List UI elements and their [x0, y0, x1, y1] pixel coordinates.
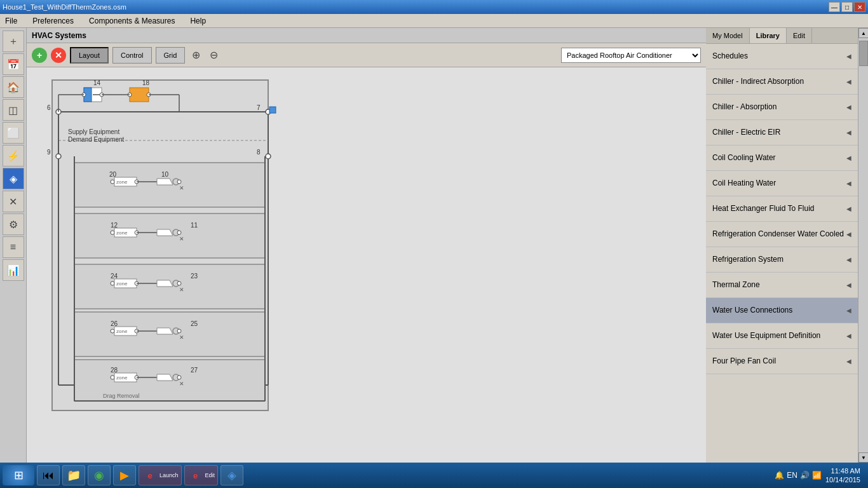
svg-text:✕: ✕	[179, 236, 184, 242]
library-item-chiller-indirect[interactable]: Chiller - Indirect Absorption ◀	[706, 69, 858, 95]
sidebar-refrigeration-icon[interactable]: ✕	[3, 191, 24, 212]
chevron-icon: ◀	[846, 205, 851, 212]
svg-point-58	[111, 281, 114, 285]
svg-text:24: 24	[111, 273, 118, 280]
taskbar-back-button[interactable]: ⏮	[37, 465, 60, 485]
library-item-schedules[interactable]: Schedules ◀	[706, 44, 858, 69]
hvac-header: HVAC Systems	[27, 28, 706, 43]
left-sidebar: ＋ 📅 🏠 ◫ ⬜ ⚡ ◈ ✕ ⚙ ≡ 📊	[0, 28, 27, 463]
chevron-icon: ◀	[846, 256, 851, 263]
sidebar-spaces-icon[interactable]: ⬜	[3, 122, 24, 144]
library-item-water-use-connections[interactable]: Water Use Connections ◀	[706, 298, 858, 323]
back-icon: ⏮	[40, 467, 57, 484]
control-button[interactable]: Control	[112, 47, 151, 64]
right-panel-wrapper: My Model Library Edit Schedules ◀ Chille…	[706, 28, 868, 463]
svg-text:zone: zone	[116, 179, 128, 185]
svg-text:28: 28	[111, 367, 118, 374]
window-title: House1_Test_WithDiffThermZones.osm	[3, 3, 126, 11]
system-selector[interactable]: Packaged Rooftop Air Conditioner	[561, 48, 701, 63]
language-icon[interactable]: EN	[787, 471, 797, 480]
scrollbar-thumb[interactable]	[859, 41, 868, 66]
svg-point-36	[111, 180, 114, 184]
sidebar-service-icon[interactable]: ⚙	[3, 214, 24, 235]
library-item-chiller-electric[interactable]: Chiller - Electric EIR ◀	[706, 120, 858, 146]
taskbar-eedit-button[interactable]: e Edit	[184, 465, 219, 485]
start-button[interactable]: ⊞	[3, 465, 34, 485]
layout-button[interactable]: Layout	[70, 47, 109, 64]
svg-text:zone: zone	[116, 375, 128, 381]
main-content: HVAC Systems + ✕ Layout Control Grid ⊕ ⊖…	[27, 28, 706, 463]
chevron-icon: ◀	[846, 78, 851, 85]
sidebar-plus-icon[interactable]: ＋	[3, 30, 24, 52]
taskbar-explorer-button[interactable]: 📁	[62, 465, 85, 485]
sidebar-hvac-icon[interactable]: ◈	[3, 168, 24, 189]
taskbar-chrome-button[interactable]: ◉	[88, 465, 111, 485]
menu-help[interactable]: Help	[187, 15, 208, 27]
menu-file[interactable]: File	[3, 15, 20, 27]
svg-text:8: 8	[257, 149, 261, 156]
zoom-in-button[interactable]: ⊕	[189, 48, 203, 62]
chevron-icon: ◀	[846, 53, 851, 60]
remove-system-button[interactable]: ✕	[51, 48, 66, 63]
svg-text:20: 20	[109, 171, 117, 178]
media-icon: ▶	[116, 467, 133, 484]
svg-text:Drag Removal: Drag Removal	[103, 393, 140, 399]
library-item-refrigeration-system[interactable]: Refrigeration System ◀	[706, 247, 858, 273]
library-item-heat-exchanger[interactable]: Heat Exchanger Fluid To Fluid ◀	[706, 196, 858, 222]
maximize-button[interactable]: □	[841, 2, 853, 12]
svg-text:Demand Equipment: Demand Equipment	[68, 136, 125, 143]
scrollbar-down-arrow[interactable]: ▼	[858, 452, 868, 463]
svg-point-15	[266, 154, 271, 159]
menu-bar: File Preferences Components & Measures H…	[0, 14, 868, 28]
svg-text:27: 27	[191, 367, 198, 374]
canvas-area[interactable]: Supply Equipment Demand Equipment 6 7	[27, 67, 706, 463]
tab-library[interactable]: Library	[750, 28, 787, 43]
library-item-water-use-equipment[interactable]: Water Use Equipment Definition ◀	[706, 323, 858, 349]
svg-text:25: 25	[191, 320, 198, 327]
sidebar-electrical-icon[interactable]: ⚡	[3, 145, 24, 166]
library-item-coil-cooling[interactable]: Coil Cooling Water ◀	[706, 146, 858, 171]
library-item-chiller-absorption[interactable]: Chiller - Absorption ◀	[706, 95, 858, 120]
explorer-icon: 📁	[65, 467, 82, 484]
svg-text:zone: zone	[116, 329, 128, 334]
network-icon[interactable]: 📶	[812, 471, 822, 480]
svg-text:6: 6	[47, 104, 51, 111]
tab-edit[interactable]: Edit	[787, 28, 812, 43]
taskbar-app-button[interactable]: ◈	[220, 465, 243, 485]
scrollbar-up-arrow[interactable]: ▲	[858, 28, 868, 38]
sidebar-calendar-icon[interactable]: 📅	[3, 53, 24, 75]
svg-text:26: 26	[111, 320, 118, 327]
right-panel-scrollbar[interactable]: ▲ ▼	[858, 28, 868, 463]
library-item-coil-heating[interactable]: Coil Heating Water ◀	[706, 171, 858, 196]
toolbar: + ✕ Layout Control Grid ⊕ ⊖ Packaged Roo…	[27, 43, 706, 67]
notification-icon[interactable]: 🔔	[775, 471, 784, 480]
library-item-four-pipe[interactable]: Four Pipe Fan Coil ◀	[706, 349, 858, 374]
library-item-refrigeration-condenser[interactable]: Refrigeration Condenser Water Cooled ◀	[706, 222, 858, 247]
chevron-icon: ◀	[846, 332, 851, 339]
sidebar-floor-icon[interactable]: ◫	[3, 99, 24, 121]
add-system-button[interactable]: +	[32, 48, 47, 63]
sidebar-site-icon[interactable]: 🏠	[3, 76, 24, 98]
sidebar-results-icon[interactable]: 📊	[3, 259, 24, 281]
hvac-diagram: Supply Equipment Demand Equipment 6 7	[39, 74, 281, 430]
zoom-out-button[interactable]: ⊖	[207, 48, 220, 62]
taskbar-right: 🔔 EN 🔊 📶 11:48 AM 10/14/2015	[775, 466, 865, 485]
title-bar: House1_Test_WithDiffThermZones.osm — □ ✕	[0, 0, 868, 14]
tab-my-model[interactable]: My Model	[706, 28, 750, 43]
svg-point-47	[111, 231, 114, 234]
menu-preferences[interactable]: Preferences	[30, 15, 76, 27]
taskbar-elaunch-button[interactable]: e Launch	[139, 465, 182, 485]
svg-text:✕: ✕	[179, 185, 184, 191]
svg-text:zone: zone	[116, 230, 128, 236]
menu-components[interactable]: Components & Measures	[86, 15, 177, 27]
taskbar-media-button[interactable]: ▶	[113, 465, 136, 485]
minimize-button[interactable]: —	[829, 2, 840, 12]
chrome-icon: ◉	[91, 467, 107, 484]
library-item-thermal-zone[interactable]: Thermal Zone ◀	[706, 273, 858, 298]
volume-icon[interactable]: 🔊	[800, 471, 810, 480]
grid-button[interactable]: Grid	[156, 47, 186, 64]
svg-point-87	[177, 376, 181, 379]
svg-point-69	[111, 329, 114, 333]
sidebar-variables-icon[interactable]: ≡	[3, 236, 24, 258]
close-button[interactable]: ✕	[854, 2, 865, 12]
